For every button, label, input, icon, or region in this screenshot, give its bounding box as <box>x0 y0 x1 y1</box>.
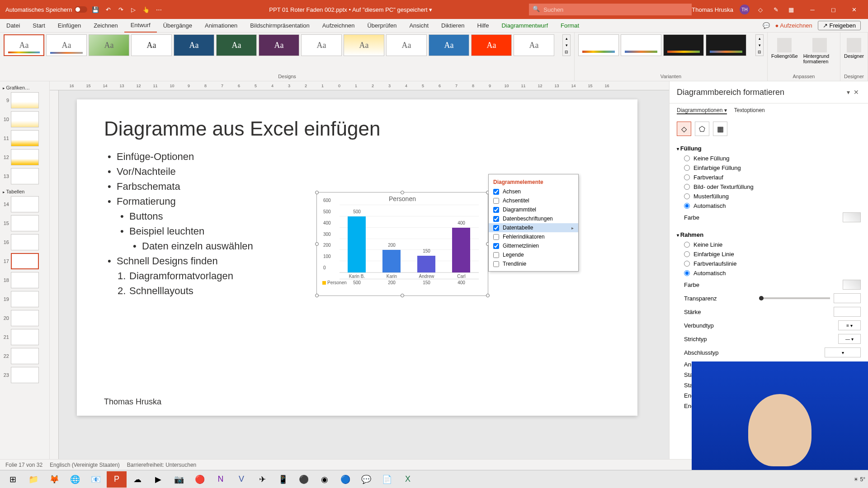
dash-dropdown[interactable]: — ▾ <box>838 334 861 344</box>
app-icon[interactable]: 📷 <box>169 471 189 488</box>
weather-widget[interactable]: ☀ 5° <box>854 476 865 483</box>
chart-element-option[interactable]: Trendlinie <box>489 259 578 268</box>
maximize-button[interactable]: ◻ <box>823 0 844 19</box>
theme-item[interactable]: Aa <box>46 34 87 56</box>
tab-ueberpruefen[interactable]: Überprüfen <box>361 19 403 33</box>
checkbox[interactable] <box>493 243 499 249</box>
qat-more-icon[interactable]: ⋯ <box>154 5 163 14</box>
diamond-icon[interactable]: ◇ <box>756 5 765 14</box>
slide-panel[interactable]: Grafiken… 9 10 11 12 13 Tabellen 14 15 1… <box>0 81 50 459</box>
undo-icon[interactable]: ↶ <box>104 5 113 14</box>
resize-handle[interactable] <box>401 191 404 194</box>
fill-option[interactable]: Einfarbige Füllung <box>677 163 861 173</box>
checkbox[interactable] <box>493 189 499 195</box>
close-button[interactable]: ✕ <box>844 0 864 19</box>
resize-handle[interactable] <box>401 294 404 297</box>
tab-format[interactable]: Format <box>554 19 585 33</box>
variant-item[interactable] <box>578 34 619 56</box>
border-option[interactable]: Einfarbige Linie <box>677 249 861 259</box>
app-icon[interactable]: 💬 <box>356 471 376 488</box>
file-explorer-icon[interactable]: 📁 <box>24 471 43 488</box>
tab-chart-options[interactable]: Diagrammoptionen ▾ <box>677 107 727 114</box>
checkbox[interactable] <box>493 216 499 222</box>
search-box[interactable] <box>529 4 692 15</box>
size-properties-icon[interactable]: ▦ <box>713 122 727 136</box>
excel-icon[interactable]: X <box>398 471 418 488</box>
save-icon[interactable]: 💾 <box>91 5 100 14</box>
theme-gallery-more[interactable]: ▴▾⊟ <box>562 34 571 56</box>
accessibility-checker[interactable]: Barrierefreiheit: Untersuchen <box>127 462 196 468</box>
slide-thumbnail[interactable] <box>11 253 39 269</box>
tab-uebergaenge[interactable]: Übergänge <box>157 19 198 33</box>
theme-item[interactable]: Aa <box>89 34 129 56</box>
border-option[interactable]: Keine Linie <box>677 240 861 249</box>
theme-item[interactable]: Aa <box>514 34 554 56</box>
chart-element-option[interactable]: Datenbeschriftungen <box>489 214 578 223</box>
redo-icon[interactable]: ↷ <box>116 5 125 14</box>
language-indicator[interactable]: Englisch (Vereinigte Staaten) <box>50 462 120 468</box>
collapse-icon[interactable]: ▾ <box>845 87 852 98</box>
close-icon[interactable]: ✕ <box>852 87 861 98</box>
theme-item[interactable]: Aa <box>216 34 257 56</box>
chevron-right-icon[interactable]: ▸ <box>571 225 574 230</box>
chart-element-option[interactable]: Achsen <box>489 187 578 196</box>
tab-diktieren[interactable]: Diktieren <box>435 19 471 33</box>
chart-element-option[interactable]: Achsentitel <box>489 196 578 205</box>
tab-diagrammentwurf[interactable]: Diagrammentwurf <box>495 19 554 33</box>
visio-icon[interactable]: V <box>231 471 251 488</box>
window-layout-icon[interactable]: ▦ <box>787 5 796 14</box>
slide-thumbnail[interactable] <box>11 234 39 250</box>
fill-option[interactable]: Farbverlauf <box>677 173 861 182</box>
format-background-button[interactable]: Hintergrund formatieren <box>803 38 836 64</box>
fill-option[interactable]: Bild- oder Texturfüllung <box>677 182 861 192</box>
coming-soon-icon[interactable]: ✎ <box>771 5 780 14</box>
section-header[interactable]: Grafiken… <box>2 83 47 92</box>
theme-item[interactable]: Aa <box>386 34 427 56</box>
app-icon[interactable]: 📄 <box>377 471 397 488</box>
slide-thumbnail[interactable] <box>11 367 39 383</box>
outlook-icon[interactable]: 📧 <box>86 471 106 488</box>
variant-gallery-more[interactable]: ▴▾⊟ <box>755 34 764 56</box>
fill-section-header[interactable]: Füllung <box>677 143 861 154</box>
app-icon[interactable]: 🔴 <box>190 471 210 488</box>
tab-datei[interactable]: Datei <box>0 19 26 33</box>
obs-icon[interactable]: ⚫ <box>294 471 314 488</box>
telegram-icon[interactable]: ✈ <box>252 471 272 488</box>
transparency-input[interactable] <box>834 293 861 303</box>
tab-zeichnen[interactable]: Zeichnen <box>87 19 124 33</box>
minimize-button[interactable]: ─ <box>802 0 823 19</box>
border-option[interactable]: Automatisch <box>677 268 861 278</box>
fill-color-picker[interactable] <box>843 212 861 222</box>
chart-bar[interactable]: 400 <box>452 228 470 272</box>
slide-thumbnail[interactable] <box>11 149 39 165</box>
border-option[interactable]: Farbverlaufslinie <box>677 259 861 268</box>
resize-handle[interactable] <box>486 294 490 297</box>
effects-icon[interactable]: ⬠ <box>695 122 709 136</box>
section-header[interactable]: Tabellen <box>2 187 47 196</box>
firefox-icon[interactable]: 🦊 <box>44 471 64 488</box>
compound-dropdown[interactable]: ≡ ▾ <box>838 320 861 330</box>
editor-canvas[interactable]: 1615141312111098765432101234567891011121… <box>50 81 669 459</box>
slide-thumbnail[interactable] <box>11 196 39 212</box>
resize-handle[interactable] <box>315 191 319 194</box>
slide-thumbnail[interactable] <box>11 291 39 307</box>
theme-item[interactable]: Aa <box>4 34 44 56</box>
variant-item[interactable] <box>621 34 661 56</box>
onenote-icon[interactable]: N <box>211 471 231 488</box>
cap-dropdown[interactable]: ▾ <box>825 347 861 357</box>
variant-item[interactable] <box>663 34 704 56</box>
comments-icon[interactable]: 💬 <box>763 22 770 29</box>
tab-start[interactable]: Start <box>26 19 51 33</box>
app-icon[interactable]: 📱 <box>273 471 293 488</box>
chart-bar[interactable]: 150 <box>417 256 435 272</box>
fill-option[interactable]: Keine Füllung <box>677 154 861 163</box>
resize-handle[interactable] <box>315 294 319 297</box>
fill-option[interactable]: Automatisch <box>677 201 861 211</box>
theme-item[interactable]: Aa <box>471 34 512 56</box>
checkbox[interactable] <box>493 225 499 231</box>
theme-item[interactable]: Aa <box>131 34 172 56</box>
share-button[interactable]: ↗ Freigeben <box>818 21 861 30</box>
slide-thumbnail[interactable] <box>11 130 39 146</box>
app-icon[interactable]: ◉ <box>315 471 335 488</box>
slide-thumbnail[interactable] <box>11 310 39 326</box>
